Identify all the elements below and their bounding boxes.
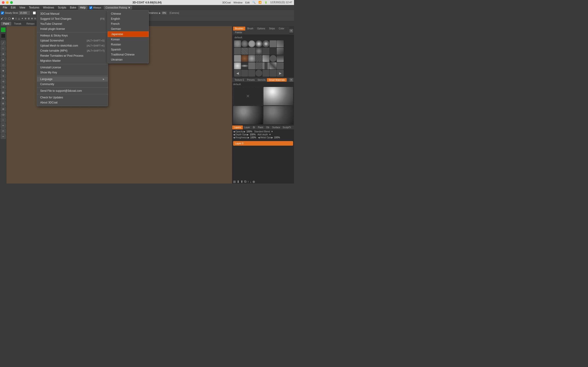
tab-presets[interactable]: Presets [246, 78, 256, 82]
layer-tool-btn[interactable]: ▨ [1, 90, 6, 95]
sm-item-empty[interactable]: ✕ [233, 87, 263, 105]
brush-item[interactable] [277, 40, 284, 47]
tab-retopo[interactable]: Retopo [24, 22, 37, 25]
foreground-color[interactable] [1, 27, 6, 32]
steady-stroke-checkbox[interactable] [1, 11, 4, 15]
brush-item[interactable] [248, 40, 255, 47]
brush-item[interactable] [262, 40, 269, 47]
blend-arrow[interactable]: ▼ [271, 130, 273, 133]
clone-tool-btn[interactable]: ⊕ [1, 51, 6, 56]
paint-tool-icon[interactable]: 🖌 [1, 17, 3, 20]
tab-color[interactable]: Color [277, 27, 286, 31]
menu-textures[interactable]: Textures [27, 6, 41, 10]
sm-item-4[interactable] [263, 106, 293, 124]
help-community[interactable]: Community [37, 82, 108, 87]
help-suggest-ui[interactable]: Suggest UI Text Changes [F9] [37, 16, 108, 21]
tab-stencils[interactable]: Stencils [256, 78, 267, 82]
lang-english[interactable]: English [108, 16, 149, 21]
brush-item[interactable] [248, 48, 255, 55]
brush-item[interactable] [234, 55, 241, 62]
tab-layers[interactable]: Layers [232, 125, 243, 129]
menu-bake[interactable]: Bake [68, 6, 78, 10]
tab-palette[interactable]: Palette [233, 31, 244, 34]
lang-korean[interactable]: Korean [108, 37, 149, 42]
brush-item[interactable] [270, 48, 277, 55]
brush-nav-left[interactable]: ◀ [234, 70, 241, 77]
tab-bl[interactable]: Bl [251, 125, 257, 129]
metalness-value[interactable]: 0% [162, 11, 167, 15]
tab-options[interactable]: Options [255, 27, 267, 31]
brush-item[interactable] [270, 55, 277, 62]
tool-icon-1[interactable]: ⬡ [5, 17, 7, 20]
brush-item[interactable] [277, 48, 284, 55]
help-render-turntables[interactable]: Render Turntables w/ Post Process [37, 53, 108, 58]
help-uninstall[interactable]: Uninstall License [37, 65, 108, 70]
brush-item[interactable] [241, 40, 248, 47]
help-upload-mesh[interactable]: Upload Mesh to sketchfab.com [ALT+SHIFT+… [37, 43, 108, 48]
brush-item[interactable] [241, 62, 248, 69]
always-checkbox[interactable] [89, 6, 92, 9]
tool-icon-7[interactable]: ⊕ [25, 17, 26, 20]
tab-brushes[interactable]: Brushes [233, 27, 246, 31]
tool-icon-10[interactable]: ⊘ [34, 17, 36, 20]
tool-icon-3[interactable]: ⬢ [12, 17, 14, 20]
brush-item[interactable] [255, 40, 262, 47]
export-layer-icon[interactable]: ⬆ [241, 180, 243, 184]
help-3dcoat-manual[interactable]: 3DCoat Manual [37, 11, 108, 16]
minimize-button[interactable] [6, 1, 9, 4]
move-tool-btn[interactable]: ✛ [1, 73, 6, 78]
help-check-updates[interactable]: Check for Updates [37, 95, 108, 100]
lang-japanese[interactable]: Japanese [108, 31, 149, 37]
tab-ob[interactable]: Ob [265, 125, 271, 129]
grid-tool-btn[interactable]: ⊞ [1, 106, 6, 111]
tool-icon-5[interactable]: △ [18, 17, 20, 20]
fill-tool-btn[interactable]: ▲ [1, 57, 6, 62]
tool-icon-9[interactable]: ⊗ [31, 17, 33, 20]
menu-scripts[interactable]: Scripts [56, 6, 68, 10]
brush-item[interactable] [277, 55, 284, 62]
tool-icon-4[interactable]: □ [15, 17, 17, 20]
view-tool-btn[interactable]: ◉ [1, 95, 6, 100]
tab-paint[interactable]: Paint [1, 22, 11, 25]
cut-tool-btn[interactable]: ✂ [1, 134, 6, 139]
measure-tool-btn[interactable]: ⌇ [1, 117, 6, 123]
brush-item[interactable] [241, 48, 248, 55]
brush-item[interactable] [248, 62, 255, 69]
brush-item[interactable] [270, 62, 277, 69]
lang-chinese[interactable]: Chinese [108, 11, 149, 16]
help-migration[interactable]: Migration Master [37, 58, 108, 63]
invert-tool-checkbox[interactable] [33, 11, 36, 15]
brush-item[interactable] [234, 48, 241, 55]
transform-tool-btn[interactable]: ⟲ [1, 79, 6, 84]
brush-item[interactable] [241, 55, 248, 62]
lang-russian[interactable]: Russian [108, 42, 149, 47]
brush-nav-item5[interactable] [270, 70, 277, 77]
delete-layer-icon[interactable]: ⊗ [252, 180, 255, 184]
lang-french[interactable]: French [108, 21, 149, 26]
background-color[interactable] [1, 33, 6, 38]
depth-blend-arrow[interactable]: ▼ [269, 133, 271, 136]
help-show-key[interactable]: Show My Key [37, 70, 108, 75]
menu-windows[interactable]: Windows [41, 6, 56, 10]
erase-tool-btn[interactable]: ◻ [1, 62, 6, 67]
duplicate-layer-icon[interactable]: ⧉ [244, 180, 246, 184]
brush-item[interactable] [262, 48, 269, 55]
move-down-layer-icon[interactable]: ↓ [250, 180, 251, 184]
brush-nav-item1[interactable] [241, 70, 248, 77]
tool-icon-8[interactable]: ⊞ [28, 17, 30, 20]
pick-tool-btn[interactable]: ⊘ [1, 84, 6, 90]
move-up-layer-icon[interactable]: ↑ [247, 180, 249, 184]
tab-layer[interactable]: Layer [243, 125, 251, 129]
layer-0[interactable]: Layer 0 [233, 141, 293, 146]
menu-view[interactable]: View [17, 6, 27, 10]
tab-texture-e[interactable]: Texture E [233, 78, 246, 82]
help-upload-screenshot[interactable]: Upload Screenshot [ALT+SHIFT+S] [37, 38, 108, 43]
lang-ukrainian[interactable]: Ukrainian [108, 57, 149, 62]
menu-file[interactable]: File [1, 6, 9, 10]
help-youtube[interactable]: YouTube Channel [37, 21, 108, 26]
brush-item[interactable] [262, 55, 269, 62]
brush-item[interactable] [277, 62, 284, 69]
add-brush-btn[interactable]: + [289, 29, 293, 33]
brush-item[interactable] [255, 48, 262, 55]
brush-item[interactable] [270, 40, 277, 47]
